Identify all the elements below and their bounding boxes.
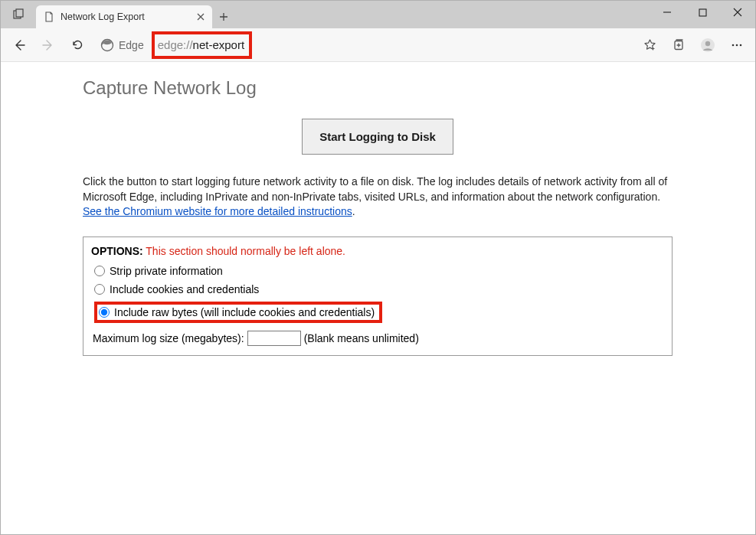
url-highlight: edge://net-export bbox=[152, 31, 252, 59]
radio-cookies-row[interactable]: Include cookies and credentials bbox=[91, 280, 664, 298]
radio-strip-label: Strip private information bbox=[110, 265, 223, 277]
url-scheme: edge:// bbox=[158, 38, 193, 51]
browser-toolbar: Edge edge://net-export bbox=[1, 28, 755, 62]
refresh-button[interactable] bbox=[65, 33, 90, 57]
radio-cookies-label: Include cookies and credentials bbox=[110, 283, 259, 295]
url-path: net-export bbox=[193, 38, 245, 51]
minimize-button[interactable] bbox=[650, 1, 685, 24]
tab-title: Network Log Export bbox=[61, 11, 189, 22]
radio-raw-row[interactable]: Include raw bytes (will include cookies … bbox=[91, 298, 664, 326]
svg-rect-1 bbox=[16, 9, 23, 17]
close-tab-icon[interactable] bbox=[195, 11, 206, 22]
browser-tab[interactable]: Network Log Export bbox=[36, 5, 212, 28]
radio-raw-highlight: Include raw bytes (will include cookies … bbox=[94, 302, 382, 323]
close-window-button[interactable] bbox=[720, 1, 755, 24]
page-title: Capture Network Log bbox=[83, 77, 673, 99]
radio-raw-label: Include raw bytes (will include cookies … bbox=[114, 306, 375, 318]
options-label: OPTIONS: bbox=[91, 245, 143, 257]
max-log-input[interactable] bbox=[247, 331, 301, 346]
tab-actions-icon[interactable] bbox=[1, 1, 36, 28]
start-logging-button[interactable]: Start Logging to Disk bbox=[302, 119, 453, 155]
max-log-hint: (Blank means unlimited) bbox=[304, 332, 419, 344]
document-icon bbox=[44, 11, 54, 22]
options-heading: OPTIONS: This section should normally be… bbox=[91, 245, 664, 257]
options-box: OPTIONS: This section should normally be… bbox=[83, 237, 673, 356]
svg-point-6 bbox=[705, 41, 710, 45]
radio-strip[interactable] bbox=[94, 266, 105, 276]
edge-logo-icon bbox=[100, 38, 114, 52]
favorite-button[interactable] bbox=[637, 33, 662, 57]
description-text: Click the button to start logging future… bbox=[83, 175, 673, 220]
address-bar[interactable]: edge://net-export bbox=[152, 33, 633, 57]
profile-button[interactable] bbox=[695, 33, 720, 57]
svg-rect-2 bbox=[699, 9, 706, 16]
edge-badge: Edge bbox=[94, 38, 147, 52]
options-warning: This section should normally be left alo… bbox=[146, 245, 345, 257]
description-end: . bbox=[352, 205, 355, 217]
back-button[interactable] bbox=[7, 33, 31, 57]
svg-point-9 bbox=[740, 44, 742, 46]
max-log-row: Maximum log size (megabytes): (Blank mea… bbox=[91, 326, 664, 346]
svg-point-7 bbox=[732, 44, 735, 46]
radio-strip-row[interactable]: Strip private information bbox=[91, 262, 664, 280]
window-titlebar: Network Log Export bbox=[1, 1, 755, 28]
forward-button[interactable] bbox=[36, 33, 61, 57]
radio-raw[interactable] bbox=[99, 307, 110, 318]
edge-label: Edge bbox=[119, 39, 144, 51]
page-content: Capture Network Log Start Logging to Dis… bbox=[1, 62, 755, 356]
max-log-label: Maximum log size (megabytes): bbox=[93, 332, 244, 344]
maximize-button[interactable] bbox=[685, 1, 720, 24]
instructions-link[interactable]: See the Chromium website for more detail… bbox=[83, 205, 352, 217]
radio-cookies[interactable] bbox=[94, 284, 105, 295]
description-part1: Click the button to start logging future… bbox=[83, 175, 667, 203]
window-controls bbox=[650, 1, 755, 24]
more-menu-button[interactable] bbox=[725, 33, 749, 57]
new-tab-button[interactable] bbox=[212, 5, 235, 28]
collections-button[interactable] bbox=[666, 33, 691, 57]
svg-point-8 bbox=[736, 44, 738, 46]
